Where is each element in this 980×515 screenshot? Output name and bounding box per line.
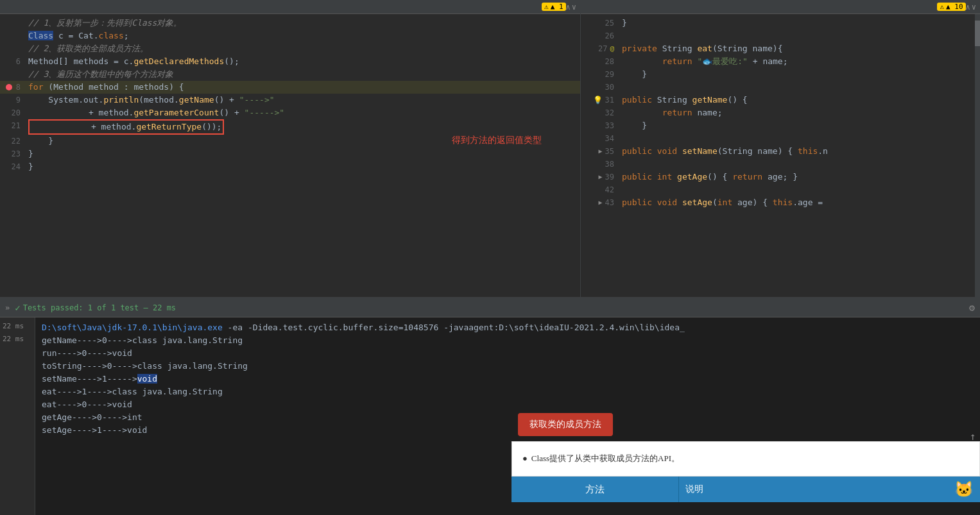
console-area: D:\soft\Java\jdk-17.0.1\bin\java.exe -ea… — [35, 317, 980, 515]
line-gutter: 28 — [594, 55, 619, 68]
line-gutter: 23 — [0, 148, 26, 160]
warning-icon: ⚠ — [544, 3, 549, 11]
code-text: } — [619, 68, 980, 81]
popup-table-right: 说明 — [685, 483, 703, 496]
code-text: return name; — [619, 106, 980, 119]
double-arrow-icon: » — [5, 303, 10, 312]
left-times: 22 ms 22 ms — [0, 317, 35, 515]
code-line: 42 — [594, 183, 980, 196]
line-gutter: 26 — [594, 30, 619, 42]
code-line: ▶ 39 public int getAge() { return age; } — [594, 171, 980, 183]
line-gutter: 9 — [0, 94, 26, 106]
right-up-arrow-icon[interactable]: ∧ — [966, 3, 970, 12]
popup-bottom-bar: 方法 说明 🐱 — [511, 477, 980, 502]
popup-button[interactable]: 获取类的成员方法 — [518, 413, 613, 436]
line-gutter: 8 — [0, 81, 26, 94]
right-down-arrow-icon[interactable]: ∨ — [972, 3, 976, 12]
warning-icon-right: ⚠ — [940, 3, 944, 11]
right-scrollbar-thumb[interactable] — [975, 21, 980, 46]
code-line: 💡 31 public String getName() { — [594, 94, 980, 106]
expand-icon[interactable]: ▶ — [599, 145, 603, 158]
code-line: 29 } — [594, 68, 980, 81]
right-warning-count: ▲ 10 — [946, 3, 963, 11]
java-exe-link[interactable]: D:\soft\Java\jdk-17.0.1\bin\java.exe — [42, 323, 223, 332]
code-line: 23 } — [0, 148, 580, 160]
popup-shuoming: 说明 🐱 — [678, 477, 980, 502]
red-annotation: 得到方法的返回值类型 — [452, 135, 542, 146]
right-code-content: 25 } 26 27 @ private String eat(String n… — [581, 14, 980, 212]
code-line: Class c = Cat.class; — [0, 30, 580, 42]
code-line: // 1、反射第一步：先得到Class对象。 — [0, 17, 580, 30]
code-text: Class c = Cat.class; — [26, 30, 580, 42]
code-text: public void setName(String name) { this.… — [619, 145, 980, 158]
code-text: // 1、反射第一步：先得到Class对象。 — [26, 17, 580, 30]
down-arrow-icon[interactable]: ∨ — [572, 3, 576, 12]
bullet-icon: ● — [522, 452, 528, 466]
line-gutter: 6 — [0, 55, 26, 68]
popup-avatar: 🐱 — [954, 483, 974, 496]
code-line: 9 System.out.println(method.getName() + … — [0, 94, 580, 106]
left-nav-arrows[interactable]: ∧ ∨ — [566, 3, 576, 12]
console-output-line-3: toString---->0---->class java.lang.Strin… — [42, 360, 974, 373]
bottom-toolbar: » ✓ Tests passed: 1 of 1 test – 22 ms ⚙ — [0, 298, 980, 317]
code-text: + method.getParameterCount() + "----->" — [26, 106, 580, 119]
bottom-content: 22 ms 22 ms D:\soft\Java\jdk-17.0.1\bin\… — [0, 317, 980, 515]
line-gutter: 33 — [594, 119, 619, 132]
code-text: private String eat(String name){ — [619, 42, 980, 55]
left-warning-count: ▲ 1 — [551, 3, 563, 11]
console-output-line-2: run---->0---->void — [42, 347, 974, 360]
line-gutter: 21 — [0, 119, 26, 132]
up-arrow-icon[interactable]: ∧ — [566, 3, 571, 12]
code-text: return "🐟最爱吃:" + name; — [619, 55, 980, 68]
popup-bullet: ● Class提供了从类中获取成员方法的API。 — [522, 452, 969, 466]
console-output-line-6: eat---->0---->void — [42, 398, 974, 411]
code-text: // 3、遍历这个数组中的每个方法对象 — [26, 68, 580, 81]
code-text: System.out.println(method.getName() + "-… — [26, 94, 580, 106]
code-line: 30 — [594, 81, 980, 94]
code-line-highlighted: 8 for (Method method : methods) { — [0, 81, 580, 94]
right-scrollbar[interactable] — [975, 14, 980, 297]
code-line: 26 — [594, 30, 980, 42]
code-line: 21 + method.getReturnType()); — [0, 119, 580, 135]
breakpoint-icon — [6, 84, 12, 90]
bulb-icon: 💡 — [593, 94, 603, 106]
test-passed-indicator: ✓ Tests passed: 1 of 1 test – 22 ms — [15, 303, 176, 313]
code-text: Method[] methods = c.getDeclaredMethods(… — [26, 55, 580, 68]
line-gutter: 24 — [0, 160, 26, 173]
expand-icon-2[interactable]: ▶ — [599, 171, 603, 183]
right-nav-arrows[interactable]: ∧ ∨ — [966, 3, 976, 12]
test-status-text: Tests passed: 1 of 1 test – 22 ms — [23, 303, 176, 312]
left-pane-header: ⚠ ▲ 1 ∧ ∨ — [0, 0, 580, 14]
code-text: + method.getReturnType()); — [26, 119, 580, 135]
line-gutter: 34 — [594, 132, 619, 145]
line-gutter: ▶ 43 — [594, 196, 619, 209]
code-line: 24 } — [0, 160, 580, 173]
popup-method-bar: 方法 — [511, 477, 678, 502]
line-gutter: 25 — [594, 17, 619, 30]
code-text: } — [26, 148, 580, 160]
console-output-line-1: getName---->0---->class java.lang.String — [42, 334, 974, 347]
code-line: // 2、获取类的全部成员方法。 — [0, 42, 580, 55]
right-pane: ⚠ ▲ 10 ∧ ∨ 25 } 26 — [581, 0, 980, 297]
time-entry-1: 22 ms — [3, 320, 32, 333]
line-gutter: 42 — [594, 183, 619, 196]
line-gutter: 22 — [0, 135, 26, 148]
settings-icon[interactable]: ⚙ — [969, 302, 975, 314]
code-text: for (Method method : methods) { — [26, 81, 580, 94]
code-text: public int getAge() { return age; } — [619, 171, 980, 183]
code-line: ▶ 43 public void setAge(int age) { this.… — [594, 196, 980, 209]
line-gutter: 27 @ — [594, 42, 619, 55]
code-line: 32 return name; — [594, 106, 980, 119]
console-output-line-5: eat---->1---->class java.lang.String — [42, 385, 974, 398]
line-gutter: 💡 31 — [594, 94, 619, 106]
bottom-panel: » ✓ Tests passed: 1 of 1 test – 22 ms ⚙ … — [0, 297, 980, 515]
left-warning-badge: ⚠ ▲ 1 — [542, 3, 566, 11]
code-line: 28 return "🐟最爱吃:" + name; — [594, 55, 980, 68]
popup-content: ● Class提供了从类中获取成员方法的API。 — [511, 441, 980, 477]
expand-icon-3[interactable]: ▶ — [599, 196, 603, 209]
highlighted-void: void — [137, 374, 157, 384]
line-gutter: 30 — [594, 81, 619, 94]
annotation-icon: @ — [610, 42, 614, 55]
line-gutter: 29 — [594, 68, 619, 81]
code-line: 6 Method[] methods = c.getDeclaredMethod… — [0, 55, 580, 68]
